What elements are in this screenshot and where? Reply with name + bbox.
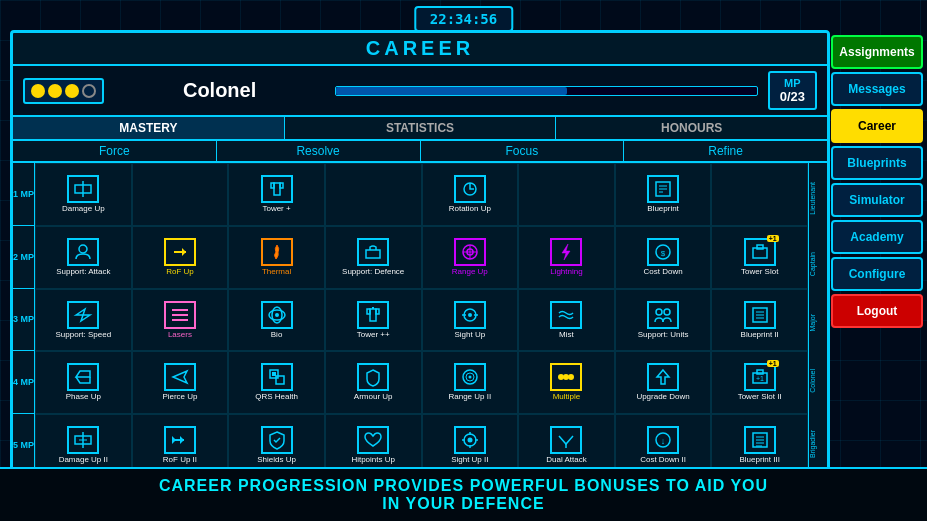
skill-cell-r2-c2[interactable]: Bio xyxy=(228,289,325,352)
skill-cell-r1-c2[interactable]: Thermal xyxy=(228,226,325,289)
skill-icon-damage xyxy=(67,175,99,203)
skill-icon-tower xyxy=(261,175,293,203)
skill-label-damage2: Damage Up II xyxy=(59,456,108,465)
row-label-2: 2 MP xyxy=(13,226,34,289)
skill-icon-rotation xyxy=(454,175,486,203)
bottom-line-1: CAREER PROGRESSION PROVIDES POWERFUL BON… xyxy=(0,477,927,495)
svg-rect-50 xyxy=(757,370,763,374)
skill-icon-hp xyxy=(357,426,389,454)
skill-cell-r1-c6[interactable]: $Cost Down xyxy=(615,226,712,289)
skill-cell-r3-c5[interactable]: Multiple xyxy=(518,351,615,414)
skill-cell-r0-c6[interactable]: Blueprint xyxy=(615,163,712,226)
xp-bar-bg xyxy=(335,86,757,96)
subtab-force[interactable]: Force xyxy=(13,141,217,161)
skill-label-sight: Sight Up xyxy=(454,331,485,340)
sidebar-btn-messages[interactable]: Messages xyxy=(831,72,923,106)
timer-container: 22:34:56 xyxy=(414,6,513,32)
skill-label-tslot2: Tower Slot II xyxy=(738,393,782,402)
rank-label-lieutenant: Lieutenant xyxy=(809,182,827,215)
skill-label-support2: Support: Defence xyxy=(342,268,404,277)
rank-dot-3 xyxy=(65,84,79,98)
skill-label-range: Range Up xyxy=(452,268,488,277)
sidebar-btn-simulator[interactable]: Simulator xyxy=(831,183,923,217)
sidebar-btn-configure[interactable]: Configure xyxy=(831,257,923,291)
skill-cell-r3-c0[interactable]: Phase Up xyxy=(35,351,132,414)
skill-label-sight2: Sight Up II xyxy=(451,456,488,465)
svg-point-25 xyxy=(275,313,279,317)
skill-cell-r1-c1[interactable]: RoF Up xyxy=(132,226,229,289)
skill-icon-mist xyxy=(550,301,582,329)
character-name: Colonel xyxy=(114,79,325,102)
sidebar-btn-logout[interactable]: Logout xyxy=(831,294,923,328)
skill-label-armour: Armour Up xyxy=(354,393,393,402)
skill-icon-dual xyxy=(550,426,582,454)
rank-dot-4 xyxy=(82,84,96,98)
mp-box: MP 0/23 xyxy=(768,71,817,110)
svg-point-35 xyxy=(664,309,670,315)
svg-rect-4 xyxy=(280,183,283,188)
skill-cell-r1-c0[interactable]: Support: Attack xyxy=(35,226,132,289)
skill-cell-r2-c5[interactable]: Mist xyxy=(518,289,615,352)
skill-cell-r0-c0[interactable]: Damage Up xyxy=(35,163,132,226)
skill-cell-r2-c4[interactable]: Sight Up xyxy=(422,289,519,352)
xp-bar-container xyxy=(335,86,757,96)
skill-label-bp3: Blueprint III xyxy=(739,456,779,465)
tab-honours[interactable]: HONOURS xyxy=(556,117,827,139)
skill-icon-bp3 xyxy=(744,426,776,454)
skill-cell-r3-c3[interactable]: Armour Up xyxy=(325,351,422,414)
skill-cell-r3-c7[interactable]: +1+1Tower Slot II xyxy=(711,351,808,414)
skill-label-cost: Cost Down xyxy=(644,268,683,277)
skill-cell-r3-c1[interactable]: Pierce Up xyxy=(132,351,229,414)
skill-cell-r0-c5 xyxy=(518,163,615,226)
skill-cell-r2-c6[interactable]: Support: Units xyxy=(615,289,712,352)
skill-icon-multiple xyxy=(550,363,582,391)
svg-point-10 xyxy=(79,245,87,253)
skill-icon-rof xyxy=(164,238,196,266)
svg-rect-26 xyxy=(370,309,376,321)
sidebar-btn-academy[interactable]: Academy xyxy=(831,220,923,254)
skill-label-qrs: QRS Health xyxy=(255,393,298,402)
sidebar-btn-career[interactable]: Career xyxy=(831,109,923,143)
sidebar-btn-assignments[interactable]: Assignments xyxy=(831,35,923,69)
skill-cell-r0-c4[interactable]: Rotation Up xyxy=(422,163,519,226)
skill-cell-r0-c3 xyxy=(325,163,422,226)
svg-point-45 xyxy=(468,376,471,379)
skill-label-dual: Dual Attack xyxy=(546,456,586,465)
skill-cell-r1-c3[interactable]: Support: Defence xyxy=(325,226,422,289)
svg-rect-41 xyxy=(276,376,284,384)
svg-rect-19 xyxy=(757,245,763,249)
sidebar-btn-blueprints[interactable]: Blueprints xyxy=(831,146,923,180)
skill-label-support: Support: Attack xyxy=(56,268,110,277)
tab-statistics[interactable]: STATISTICS xyxy=(285,117,557,139)
skill-icon-upgrade xyxy=(647,363,679,391)
skill-cell-r0-c2[interactable]: Tower + xyxy=(228,163,325,226)
skill-cell-r0-c7 xyxy=(711,163,808,226)
skill-cell-r2-c1[interactable]: Lasers xyxy=(132,289,229,352)
skill-icon-cost: $ xyxy=(647,238,679,266)
skill-label-tower: Tower + xyxy=(262,205,290,214)
subtab-resolve[interactable]: Resolve xyxy=(217,141,421,161)
skill-cell-r3-c4[interactable]: Range Up II xyxy=(422,351,519,414)
svg-rect-28 xyxy=(376,309,379,314)
main-panel: CAREER Colonel MP 0/23 MASTERY STATISTIC… xyxy=(10,30,830,480)
skill-cell-r3-c2[interactable]: QRS Health xyxy=(228,351,325,414)
skill-cell-r2-c0[interactable]: Support: Speed xyxy=(35,289,132,352)
skill-cell-r1-c4[interactable]: Range Up xyxy=(422,226,519,289)
svg-point-34 xyxy=(656,309,662,315)
rank-dot-1 xyxy=(31,84,45,98)
tab-mastery[interactable]: MASTERY xyxy=(13,117,285,139)
skill-cell-r3-c6[interactable]: Upgrade Down xyxy=(615,351,712,414)
skill-label-bio: Bio xyxy=(271,331,283,340)
skill-cell-r1-c7[interactable]: +1Tower Slot xyxy=(711,226,808,289)
row-label-3: 3 MP xyxy=(13,289,34,352)
subtab-refine[interactable]: Refine xyxy=(624,141,827,161)
skill-label-tslot: Tower Slot xyxy=(741,268,778,277)
svg-text:$: $ xyxy=(661,249,666,258)
skill-cell-r1-c5[interactable]: Lightning xyxy=(518,226,615,289)
skill-cell-r2-c7[interactable]: Blueprint II xyxy=(711,289,808,352)
subtab-focus[interactable]: Focus xyxy=(421,141,625,161)
skill-cell-r2-c3[interactable]: Tower ++ xyxy=(325,289,422,352)
skill-label-upgrade: Upgrade Down xyxy=(636,393,689,402)
skill-label-tower2: Tower ++ xyxy=(357,331,390,340)
skill-icon-support2 xyxy=(357,238,389,266)
